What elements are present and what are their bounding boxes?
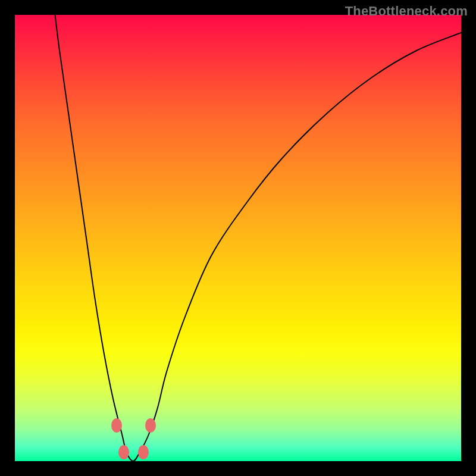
marker-group xyxy=(111,418,156,459)
curve-marker xyxy=(111,418,122,433)
curve-marker xyxy=(118,445,129,459)
chart-svg xyxy=(15,15,461,461)
chart-stage: TheBottleneck.com xyxy=(0,0,476,476)
bottleneck-curve xyxy=(55,15,462,461)
gradient-plot-area xyxy=(15,15,461,461)
plot-outer-frame xyxy=(15,15,461,461)
curve-marker xyxy=(145,418,156,433)
watermark-text: TheBottleneck.com xyxy=(345,4,468,19)
curve-marker xyxy=(138,445,149,459)
